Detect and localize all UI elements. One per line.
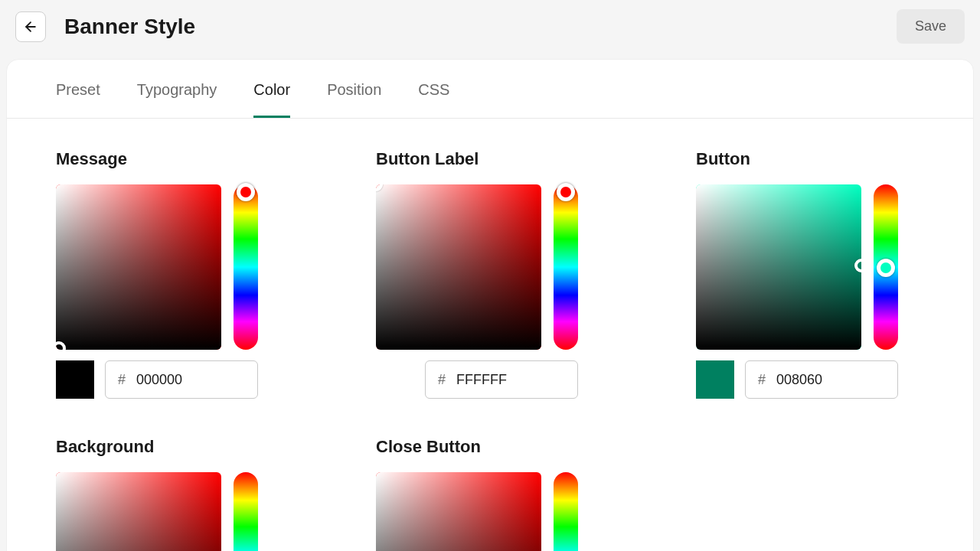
tab-color[interactable]: Color: [253, 81, 290, 118]
section-close-button: Close Button: [376, 437, 604, 551]
hue-slider-close-button[interactable]: [554, 472, 578, 551]
hash-label: #: [438, 372, 446, 388]
color-swatch-button: [696, 360, 734, 399]
label-background: Background: [56, 437, 284, 457]
hue-cursor[interactable]: [877, 259, 895, 277]
section-button-label: Button Label #: [376, 149, 604, 399]
hash-label: #: [758, 372, 766, 388]
saturation-panel-button[interactable]: [696, 184, 861, 350]
label-button: Button: [696, 149, 924, 169]
tab-position[interactable]: Position: [327, 81, 381, 118]
hue-slider-background[interactable]: [234, 472, 258, 551]
hue-slider-button[interactable]: [874, 184, 898, 350]
page-title: Banner Style: [64, 15, 195, 39]
saturation-panel-button-label[interactable]: [376, 184, 541, 350]
label-message: Message: [56, 149, 284, 169]
hue-slider-message[interactable]: [234, 184, 258, 350]
tab-typography[interactable]: Typography: [137, 81, 217, 118]
back-button[interactable]: [15, 11, 46, 42]
hex-input-message[interactable]: #: [105, 360, 258, 399]
label-close-button: Close Button: [376, 437, 604, 457]
tabs-bar: Preset Typography Color Position CSS: [7, 60, 973, 119]
hex-input-button-label[interactable]: #: [425, 360, 578, 399]
section-message: Message #: [56, 149, 284, 399]
hash-label: #: [118, 372, 126, 388]
saturation-panel-message[interactable]: [56, 184, 221, 350]
tab-preset[interactable]: Preset: [56, 81, 100, 118]
saturation-panel-background[interactable]: [56, 472, 221, 551]
section-background: Background: [56, 437, 284, 551]
hex-field-message[interactable]: [136, 372, 245, 388]
section-button: Button #: [696, 149, 924, 399]
settings-card: Preset Typography Color Position CSS Mes…: [6, 59, 974, 551]
arrow-left-icon: [23, 19, 38, 34]
saturation-panel-close-button[interactable]: [376, 472, 541, 551]
page-header: Banner Style Save: [0, 0, 980, 53]
color-swatch-message: [56, 360, 94, 399]
hex-field-button-label[interactable]: [456, 372, 565, 388]
hue-slider-button-label[interactable]: [554, 184, 578, 350]
hue-cursor[interactable]: [237, 183, 255, 201]
color-grid: Message # Button Label: [7, 119, 973, 551]
hex-field-button[interactable]: [776, 372, 885, 388]
hex-input-button[interactable]: #: [745, 360, 898, 399]
tab-css[interactable]: CSS: [418, 81, 449, 118]
header-left: Banner Style: [15, 11, 195, 42]
label-button-label: Button Label: [376, 149, 604, 169]
hue-cursor[interactable]: [557, 183, 575, 201]
save-button[interactable]: Save: [897, 9, 965, 44]
